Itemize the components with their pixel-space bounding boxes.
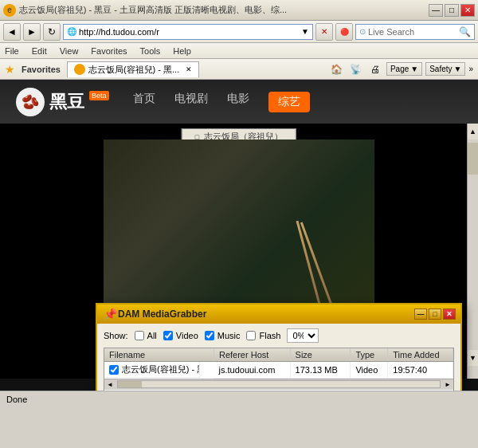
safety-dropdown-icon: ▼ (454, 65, 462, 73)
col-referer: Referer Host (214, 348, 290, 362)
label-flash: Flash (259, 331, 280, 340)
scroll-thumb[interactable] (118, 381, 142, 387)
more-tools-icon[interactable]: » (468, 65, 473, 73)
tab-title: 志云饭局(容祖兒) - 黑... (88, 64, 179, 76)
media-table: Filename Referer Host Size Type Time Add… (104, 348, 453, 379)
nav-bar: ◄ ► ↻ 🌐 http://hd.tudou.com/r ▼ ✕ 🔴 ⊙ Li… (0, 21, 478, 43)
nav-movie[interactable]: 电影 (227, 92, 249, 112)
label-video: Video (176, 331, 198, 340)
address-dropdown[interactable]: ▼ (301, 27, 309, 36)
beta-badge: Beta (89, 91, 109, 100)
checkbox-video[interactable] (163, 331, 173, 340)
search-icon[interactable]: 🔍 (459, 26, 471, 37)
scroll-track[interactable] (117, 380, 441, 388)
page-menu[interactable]: Page ▼ (386, 62, 422, 76)
safety-menu[interactable]: Safety ▼ (425, 62, 465, 76)
dialog-close-button[interactable]: ✕ (443, 308, 456, 320)
nav-tv[interactable]: 电视剧 (174, 92, 208, 112)
scroll-left-arrow[interactable]: ◄ (104, 381, 116, 388)
favorites-label[interactable]: Favorites (22, 65, 61, 74)
window-controls: — □ ✕ (429, 4, 475, 17)
dialog-title-bar: 📌 DAM MediaGrabber — □ ✕ (97, 305, 460, 324)
filter-music: Music (205, 331, 241, 340)
scroll-thumb[interactable] (468, 143, 478, 175)
table-row[interactable]: 志云饭局(容祖兒) - 黑豆 - ... js.tudouui.com 173.… (104, 362, 453, 379)
menu-help[interactable]: Help (173, 46, 191, 56)
status-bar: Done (0, 391, 478, 407)
dialog-window-controls: — □ ✕ (414, 308, 456, 320)
search-bar[interactable]: ⊙ Live Search 🔍 (355, 24, 475, 40)
tab-favicon (74, 64, 85, 75)
search-live-button[interactable]: 🔴 (335, 23, 353, 41)
maximize-button[interactable]: □ (445, 4, 459, 17)
site-nav: 首页 电视剧 电影 综艺 (133, 92, 310, 112)
address-bar[interactable]: 🌐 http://hd.tudou.com/r ▼ (63, 24, 313, 40)
row-type: Video (351, 362, 388, 379)
address-text: http://hd.tudou.com/r (79, 27, 301, 37)
col-filename: Filename (104, 348, 214, 362)
page-scrollbar[interactable]: ▲ ▼ (467, 124, 478, 379)
page-label: Page (390, 65, 409, 73)
menu-file[interactable]: File (5, 46, 19, 56)
dialog-body: Show: All Video Music Flash (97, 324, 460, 391)
window-title: 志云饭局(容祖兒) - 黑豆 - 土豆网高清版 正版清晰电视剧、电影、综... (19, 4, 429, 16)
dialog-minimize-button[interactable]: — (414, 308, 427, 320)
row-time: 19:57:40 (388, 362, 453, 379)
show-filter-row: Show: All Video Music Flash (104, 328, 454, 343)
checkbox-all[interactable] (135, 331, 144, 340)
scroll-up-arrow[interactable]: ▲ (468, 124, 478, 140)
print-icon[interactable]: 🖨 (367, 61, 383, 77)
col-type: Type (351, 348, 388, 362)
menu-favorites[interactable]: Favorites (91, 46, 127, 56)
back-button[interactable]: ◄ (3, 23, 21, 41)
refresh-button[interactable]: ↻ (43, 23, 61, 41)
dialog-maximize-button[interactable]: □ (429, 308, 441, 320)
search-input-text: Live Search (368, 27, 459, 37)
title-bar: e 志云饭局(容祖兒) - 黑豆 - 土豆网高清版 正版清晰电视剧、电影、综..… (0, 0, 478, 21)
home-icon[interactable]: 🏠 (329, 61, 345, 77)
filter-flash: Flash (246, 331, 280, 340)
row-checkbox[interactable] (109, 365, 119, 375)
label-all: All (147, 331, 157, 340)
safety-label: Safety (429, 65, 452, 73)
stop-button[interactable]: ✕ (315, 23, 333, 41)
label-music: Music (217, 331, 241, 340)
checkbox-music[interactable] (205, 331, 214, 340)
scroll-track[interactable] (468, 143, 478, 350)
menu-view[interactable]: View (60, 46, 79, 56)
favorites-bar: ★ Favorites 志云饭局(容祖兒) - 黑... ✕ 🏠 📡 🖨 Pag… (0, 59, 478, 80)
scroll-right-arrow[interactable]: ► (442, 381, 453, 388)
row-size: 173.13 MB (290, 362, 351, 379)
forward-button[interactable]: ► (23, 23, 41, 41)
site-logo: 🫘 黑豆 Beta (16, 88, 109, 116)
browser-icon: e (3, 4, 16, 17)
filter-video: Video (163, 331, 198, 340)
search-engine-icon: ⊙ (359, 27, 366, 36)
menu-edit[interactable]: Edit (32, 46, 47, 56)
pin-icon[interactable]: 📌 (102, 306, 118, 322)
rss-icon[interactable]: 📡 (348, 61, 364, 77)
table-scrollbar[interactable]: ◄ ► (104, 379, 453, 390)
logo-icon: 🫘 (16, 88, 45, 116)
scroll-down-arrow[interactable]: ▼ (468, 350, 478, 366)
col-time: Time Added (388, 348, 453, 362)
checkbox-flash[interactable] (246, 331, 256, 340)
close-button[interactable]: ✕ (460, 4, 475, 17)
menu-tools[interactable]: Tools (140, 46, 161, 56)
nav-variety[interactable]: 综艺 (268, 92, 310, 112)
filter-dropdown[interactable]: 0% (287, 328, 319, 343)
logo-text: 黑豆 (49, 90, 84, 114)
show-label: Show: (104, 331, 128, 340)
col-size: Size (290, 348, 351, 362)
tab-close-icon[interactable]: ✕ (186, 65, 192, 73)
menu-bar: File Edit View Favorites Tools Help (0, 43, 478, 59)
dialog-title: DAM MediaGrabber (118, 308, 414, 320)
star-icon: ★ (5, 63, 15, 76)
nav-home[interactable]: 首页 (133, 92, 155, 112)
row-filename: 志云饭局(容祖兒) - 黑豆 - ... (122, 364, 200, 375)
browser-content: 🫘 黑豆 Beta 首页 电视剧 电影 综艺 □ 志云饭局（容祖兒） ▲ (0, 80, 478, 391)
minimize-button[interactable]: — (429, 4, 443, 17)
row-checkbox-cell[interactable]: 志云饭局(容祖兒) - 黑豆 - ... (104, 362, 200, 378)
toolbar-icons: 🏠 📡 🖨 Page ▼ Safety ▼ » (329, 61, 473, 77)
browser-tab[interactable]: 志云饭局(容祖兒) - 黑... ✕ (67, 61, 199, 77)
